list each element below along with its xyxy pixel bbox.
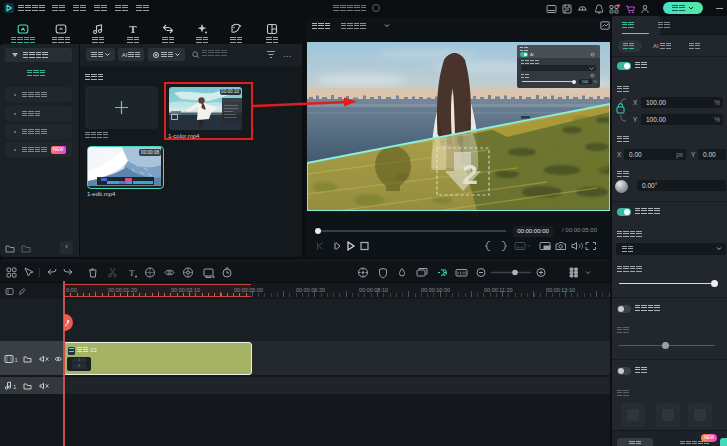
svg-text:T: T (129, 268, 135, 278)
svg-text:2: 2 (462, 159, 478, 190)
svg-text:1: 1 (13, 384, 17, 390)
svg-text:1: 1 (15, 357, 19, 363)
